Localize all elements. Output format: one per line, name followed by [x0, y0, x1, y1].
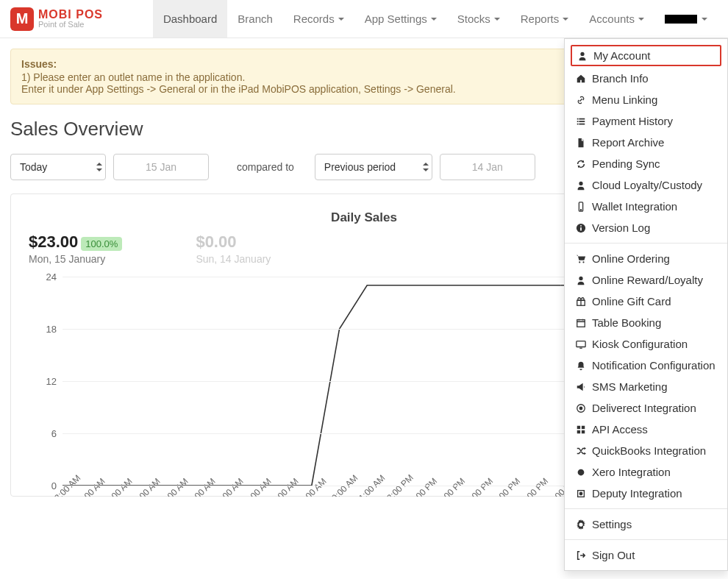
dot-icon [575, 466, 586, 477]
dropdown-item-label: Online Ordering [592, 252, 670, 265]
dropdown-item-kiosk-configuration[interactable]: Kiosk Configuration [565, 333, 727, 355]
screen-icon [575, 338, 586, 349]
dropdown-item-label: Pending Sync [592, 157, 660, 170]
dropdown-item-label: Online Reward/Loyalty [592, 274, 703, 286]
dropdown-item-payment-history[interactable]: Payment History [565, 110, 727, 132]
grid-icon [575, 424, 586, 435]
dropdown-item-online-gift-card[interactable]: Online Gift Card [565, 291, 727, 312]
period-select[interactable]: Previous period [315, 154, 432, 180]
y-tick-label: 6 [29, 428, 57, 439]
dropdown-separator [565, 243, 727, 244]
svg-point-16 [577, 469, 584, 475]
dropdown-item-table-booking[interactable]: Table Booking [565, 312, 727, 333]
nav-item-accounts[interactable]: Accounts [579, 0, 654, 38]
chevron-down-icon [338, 18, 344, 21]
dropdown-item-label: Online Gift Card [592, 295, 671, 308]
horn-icon [575, 381, 586, 392]
nav-item-dashboard[interactable]: Dashboard [153, 0, 227, 38]
dropdown-item-sms-marketing[interactable]: SMS Marketing [565, 376, 727, 397]
y-tick-label: 0 [29, 480, 57, 491]
home-icon [575, 73, 586, 84]
dropdown-item-label: QuickBooks Integration [592, 444, 706, 457]
dropdown-item-deputy-integration[interactable]: Deputy Integration [565, 483, 727, 497]
chevron-down-icon [638, 18, 644, 21]
dropdown-item-my-account[interactable]: My Account [571, 45, 721, 66]
svg-point-6 [582, 261, 584, 263]
dropdown-item-label: Table Booking [592, 316, 661, 329]
logo-title: MOBI POS [38, 9, 103, 21]
dropdown-item-api-access[interactable]: API Access [565, 419, 727, 440]
dropdown-item-label: API Access [592, 423, 648, 436]
svg-point-4 [580, 225, 582, 227]
dropdown-item-label: Branch Info [592, 72, 649, 85]
stat-pct-badge: 100.0% [81, 237, 122, 251]
nav-item-app-settings[interactable]: App Settings [354, 0, 447, 38]
sync-icon [575, 158, 586, 169]
dropdown-item-online-ordering[interactable]: Online Ordering [565, 248, 727, 269]
svg-rect-8 [577, 319, 585, 327]
range-select[interactable]: Today [10, 154, 106, 180]
svg-rect-9 [576, 341, 585, 347]
y-tick-label: 18 [29, 324, 57, 335]
date-input-compare[interactable]: 14 Jan [440, 154, 535, 180]
logo-badge-icon: M [10, 7, 34, 31]
dropdown-item-notification-configuration[interactable]: Notification Configuration [565, 355, 727, 376]
user-name-redacted [665, 15, 697, 24]
target-icon [575, 402, 586, 413]
stat-date: Sun, 14 January [196, 253, 271, 265]
dropdown-item-label: My Account [593, 49, 651, 62]
logo-subtitle: Point of Sale [38, 21, 103, 29]
date-input-current[interactable]: 15 Jan [113, 154, 209, 180]
nav-item-stocks[interactable]: Stocks [447, 0, 510, 38]
nav-label: Accounts [589, 13, 635, 25]
nav-label: Dashboard [163, 13, 217, 25]
shuffle-icon [575, 445, 586, 456]
chevron-down-icon [563, 18, 568, 21]
svg-point-1 [580, 209, 581, 210]
svg-point-18 [579, 492, 582, 495]
svg-rect-14 [577, 430, 579, 433]
user-icon [575, 180, 586, 191]
dropdown-item-label: Kiosk Configuration [592, 338, 688, 350]
dropdown-item-online-reward-loyalty[interactable]: Online Reward/Loyalty [565, 269, 727, 291]
stat-value: $0.00 [196, 232, 271, 252]
stat-value: $23.00 [29, 232, 78, 251]
cart-icon [575, 253, 586, 264]
bell-icon [575, 360, 586, 371]
stat-current: $23.00100.0% Mon, 15 January [29, 232, 122, 265]
nav-item-branch[interactable]: Branch [227, 0, 283, 38]
dropdown-item-label: Cloud Loyalty/Custody [592, 179, 702, 191]
user-menu-button[interactable] [654, 15, 718, 24]
dropdown-item-label: Xero Integration [592, 466, 671, 478]
dropdown-item-quickbooks-integration[interactable]: QuickBooks Integration [565, 440, 727, 461]
chevron-down-icon [702, 18, 707, 21]
nav-label: Stocks [457, 13, 490, 25]
dropdown-item-label: Deputy Integration [592, 487, 682, 497]
dropdown-item-report-archive[interactable]: Report Archive [565, 132, 727, 153]
dropdown-item-label: SMS Marketing [592, 380, 668, 393]
dropdown-item-menu-linking[interactable]: Menu Linking [565, 89, 727, 110]
dropdown-item-label: Report Archive [592, 136, 664, 149]
dropdown-item-xero-integration[interactable]: Xero Integration [565, 461, 727, 483]
svg-point-5 [579, 261, 580, 263]
nav-item-reports[interactable]: Reports [510, 0, 579, 38]
dropdown-item-version-log[interactable]: Version Log [565, 217, 727, 238]
dropdown-item-branch-info[interactable]: Branch Info [565, 68, 727, 89]
chevron-down-icon [494, 18, 500, 21]
nav-item-records[interactable]: Records [283, 0, 354, 38]
stat-date: Mon, 15 January [29, 253, 122, 265]
dropdown-item-label: Wallet Integration [592, 200, 677, 213]
logo[interactable]: M MOBI POS Point of Sale [10, 7, 103, 31]
nav-label: Branch [238, 13, 273, 25]
series-current-line [63, 285, 561, 486]
stat-compare: $0.00 Sun, 14 January [196, 232, 271, 265]
dropdown-item-wallet-integration[interactable]: Wallet Integration [565, 196, 727, 217]
navbar: M MOBI POS Point of Sale DashboardBranch… [0, 0, 728, 38]
svg-rect-13 [581, 425, 584, 428]
dropdown-item-cloud-loyalty-custody[interactable]: Cloud Loyalty/Custody [565, 174, 727, 196]
dropdown-item-deliverect-integration[interactable]: Deliverect Integration [565, 397, 727, 419]
dropdown-item-pending-sync[interactable]: Pending Sync [565, 153, 727, 174]
y-tick-label: 12 [29, 376, 57, 387]
file-icon [575, 137, 586, 148]
nav-label: Reports [521, 13, 560, 25]
